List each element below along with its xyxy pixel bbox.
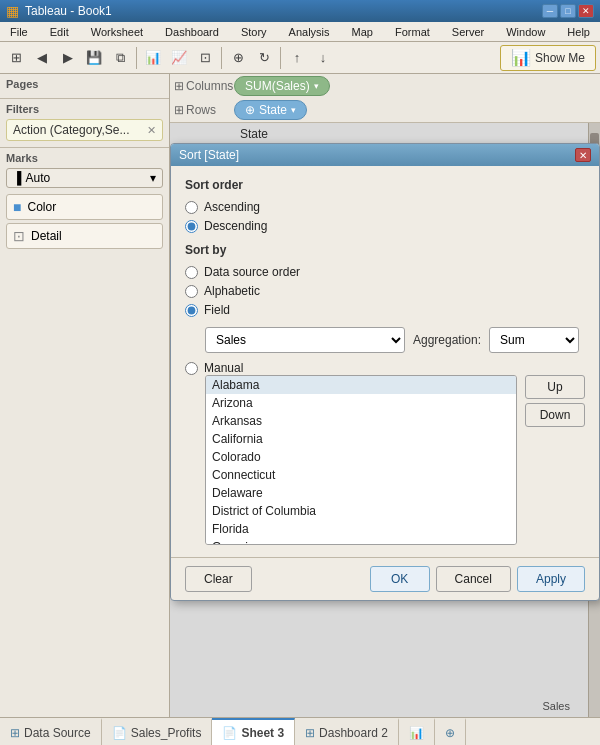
main-layout: Pages Filters Action (Category,Se... ✕ M… — [0, 74, 600, 717]
aggregation-select[interactable]: Sum Count Average Min Max — [489, 327, 579, 353]
alphabetic-option[interactable]: Alphabetic — [185, 284, 585, 298]
rows-row: ⊞ Rows ⊕ State ▾ — [170, 98, 600, 122]
window-controls: ─ □ ✕ — [542, 4, 594, 18]
manual-radio[interactable] — [185, 362, 198, 375]
tab-sheet3-label: Sheet 3 — [241, 726, 284, 740]
tab-data-source[interactable]: ⊞ Data Source — [0, 718, 102, 745]
rows-grid-icon: ⊞ — [174, 103, 184, 117]
back-button[interactable]: ◀ — [30, 46, 54, 70]
ok-button[interactable]: OK — [370, 566, 430, 592]
filter-item[interactable]: Action (Category,Se... ✕ — [6, 119, 163, 141]
menu-analysis[interactable]: Analysis — [283, 24, 336, 40]
menu-worksheet[interactable]: Worksheet — [85, 24, 149, 40]
marks-type-button[interactable]: ▐ Auto ▾ — [6, 168, 163, 188]
descending-radio[interactable] — [185, 220, 198, 233]
data-source-option[interactable]: Data source order — [185, 265, 585, 279]
duplicate-button[interactable]: ⧉ — [108, 46, 132, 70]
menu-help[interactable]: Help — [561, 24, 596, 40]
menu-format[interactable]: Format — [389, 24, 436, 40]
bar-icon: ▐ — [13, 171, 22, 185]
tab-dashboard2[interactable]: ⊞ Dashboard 2 — [295, 718, 399, 745]
alphabetic-label: Alphabetic — [204, 284, 260, 298]
descending-option[interactable]: Descending — [185, 219, 585, 233]
close-button[interactable]: ✕ — [578, 4, 594, 18]
down-button[interactable]: Down — [525, 403, 585, 427]
color-mark-card[interactable]: ■ Color — [6, 194, 163, 220]
pill-dropdown-icon: ▾ — [314, 81, 319, 91]
chevron-down-icon: ▾ — [150, 171, 156, 185]
manual-option[interactable]: Manual — [185, 361, 585, 375]
ascending-option[interactable]: Ascending — [185, 200, 585, 214]
data-source-radio[interactable] — [185, 266, 198, 279]
show-me-button[interactable]: 📊 Show Me — [500, 45, 596, 71]
add-sheet-icon: 📊 — [409, 726, 424, 740]
menu-server[interactable]: Server — [446, 24, 490, 40]
tab-add-dashboard[interactable]: ⊕ — [435, 718, 466, 745]
filter-close-icon[interactable]: ✕ — [147, 124, 156, 137]
maximize-button[interactable]: □ — [560, 4, 576, 18]
menu-window[interactable]: Window — [500, 24, 551, 40]
columns-row: ⊞ Columns SUM(Sales) ▾ — [170, 74, 600, 98]
alphabetic-radio[interactable] — [185, 285, 198, 298]
menu-map[interactable]: Map — [346, 24, 379, 40]
sort-order-group: Ascending Descending — [185, 200, 585, 233]
state-connecticut[interactable]: Connecticut — [206, 466, 516, 484]
footer-left: Clear — [185, 566, 252, 592]
state-delaware[interactable]: Delaware — [206, 484, 516, 502]
line-chart-button[interactable]: 📈 — [167, 46, 191, 70]
field-radio[interactable] — [185, 304, 198, 317]
tab-sheet3[interactable]: 📄 Sheet 3 — [212, 718, 295, 745]
state-arkansas[interactable]: Arkansas — [206, 412, 516, 430]
state-alabama[interactable]: Alabama — [206, 376, 516, 394]
new-sheet-button[interactable]: ⊕ — [226, 46, 250, 70]
dialog-footer: Clear OK Cancel Apply — [171, 557, 599, 600]
menu-file[interactable]: File — [4, 24, 34, 40]
left-panel: Pages Filters Action (Category,Se... ✕ M… — [0, 74, 170, 717]
title-bar: ▦ Tableau - Book1 ─ □ ✕ — [0, 0, 600, 22]
state-georgia[interactable]: Georgia — [206, 538, 516, 545]
scatter-button[interactable]: ⊡ — [193, 46, 217, 70]
menu-dashboard[interactable]: Dashboard — [159, 24, 225, 40]
state-california[interactable]: California — [206, 430, 516, 448]
state-florida[interactable]: Florida — [206, 520, 516, 538]
rows-pill[interactable]: ⊕ State ▾ — [234, 100, 307, 120]
sort-asc-button[interactable]: ↑ — [285, 46, 309, 70]
tab-add-sheet[interactable]: 📊 — [399, 718, 435, 745]
apply-button[interactable]: Apply — [517, 566, 585, 592]
dialog-close-button[interactable]: ✕ — [575, 148, 591, 162]
clear-button[interactable]: Clear — [185, 566, 252, 592]
field-select[interactable]: Sales — [205, 327, 405, 353]
tab-sales-profits[interactable]: 📄 Sales_Profits — [102, 718, 213, 745]
data-source-icon: ⊞ — [10, 726, 20, 740]
ascending-label: Ascending — [204, 200, 260, 214]
up-button[interactable]: Up — [525, 375, 585, 399]
toolbar-separator-2 — [221, 47, 222, 69]
footer-right: OK Cancel Apply — [370, 566, 585, 592]
field-option[interactable]: Field — [185, 303, 585, 317]
pages-title: Pages — [6, 78, 163, 90]
sort-desc-button[interactable]: ↓ — [311, 46, 335, 70]
pages-section: Pages — [0, 74, 169, 99]
grid-icon[interactable]: ⊞ — [4, 46, 28, 70]
right-panel: ⊞ Columns SUM(Sales) ▾ ⊞ Rows ⊕ State ▾ — [170, 74, 600, 717]
menu-story[interactable]: Story — [235, 24, 273, 40]
save-button[interactable]: 💾 — [82, 46, 106, 70]
detail-mark-card[interactable]: ⊡ Detail — [6, 223, 163, 249]
forward-button[interactable]: ▶ — [56, 46, 80, 70]
state-colorado[interactable]: Colorado — [206, 448, 516, 466]
refresh-button[interactable]: ↻ — [252, 46, 276, 70]
state-arizona[interactable]: Arizona — [206, 394, 516, 412]
dashboard-icon: ⊞ — [305, 726, 315, 740]
ascending-radio[interactable] — [185, 201, 198, 214]
filters-title: Filters — [6, 103, 163, 115]
minimize-button[interactable]: ─ — [542, 4, 558, 18]
columns-pill[interactable]: SUM(Sales) ▾ — [234, 76, 330, 96]
state-listbox[interactable]: Alabama Arizona Arkansas California Colo… — [205, 375, 517, 545]
bar-chart-button[interactable]: 📊 — [141, 46, 165, 70]
cancel-button[interactable]: Cancel — [436, 566, 511, 592]
tab-bar: ⊞ Data Source 📄 Sales_Profits 📄 Sheet 3 … — [0, 717, 600, 745]
data-source-label: Data source order — [204, 265, 300, 279]
manual-section: Manual Alabama Arizona Arkansas Californ… — [185, 361, 585, 545]
menu-edit[interactable]: Edit — [44, 24, 75, 40]
state-district-of-columbia[interactable]: District of Columbia — [206, 502, 516, 520]
